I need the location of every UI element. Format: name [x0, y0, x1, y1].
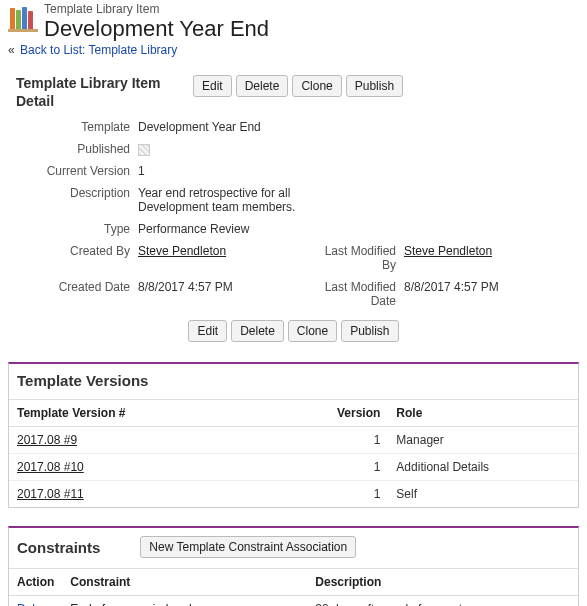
new-constraint-button[interactable]: New Template Constraint Association [140, 536, 356, 558]
table-row: Del End of year period end 30 days after… [9, 596, 578, 606]
edit-button-bottom[interactable]: Edit [188, 320, 227, 342]
template-versions-panel: Template Versions Template Version # Ver… [8, 362, 579, 508]
constraint-description: 30 days after end of current year. [307, 596, 578, 606]
delete-button[interactable]: Delete [236, 75, 289, 97]
publish-button-bottom[interactable]: Publish [341, 320, 398, 342]
label-created-by: Created By [8, 244, 138, 258]
label-published: Published [8, 142, 138, 156]
value-current-version: 1 [138, 164, 308, 178]
template-versions-title: Template Versions [17, 372, 148, 389]
del-link[interactable]: Del [17, 602, 35, 606]
value-template: Development Year End [138, 120, 308, 134]
svg-rect-1 [16, 10, 21, 30]
label-created-date: Created Date [8, 280, 138, 294]
breadcrumb: « Back to List: Template Library [8, 43, 579, 57]
version-value: 1 [329, 454, 388, 481]
version-value: 1 [329, 481, 388, 508]
label-last-modified-by: Last Modified By [308, 244, 404, 272]
value-created-date: 8/8/2017 4:57 PM [138, 280, 308, 294]
publish-button[interactable]: Publish [346, 75, 403, 97]
library-icon [8, 2, 38, 37]
label-last-modified-date: Last Modified Date [308, 280, 404, 308]
constraints-title: Constraints [17, 539, 100, 556]
table-row: 2017.08 #11 1 Self [9, 481, 578, 508]
col-action: Action [9, 569, 62, 596]
page-title: Development Year End [44, 16, 269, 41]
back-caret: « [8, 43, 15, 57]
col-description: Description [307, 569, 578, 596]
constraints-panel: Constraints New Template Constraint Asso… [8, 526, 579, 606]
clone-button[interactable]: Clone [292, 75, 341, 97]
last-modified-by-link[interactable]: Steve Pendleton [404, 244, 492, 258]
col-version: Version [329, 400, 388, 427]
table-row: 2017.08 #10 1 Additional Details [9, 454, 578, 481]
edit-button[interactable]: Edit [193, 75, 232, 97]
back-to-list-link[interactable]: Back to List: Template Library [20, 43, 177, 57]
value-last-modified-date: 8/8/2017 4:57 PM [404, 280, 579, 294]
version-value: 1 [329, 427, 388, 454]
label-description: Description [8, 186, 138, 200]
version-link[interactable]: 2017.08 #11 [17, 487, 84, 501]
created-by-link[interactable]: Steve Pendleton [138, 244, 226, 258]
page-type: Template Library Item [44, 2, 269, 16]
svg-rect-4 [8, 29, 38, 32]
version-link[interactable]: 2017.08 #9 [17, 433, 77, 447]
table-row: 2017.08 #9 1 Manager [9, 427, 578, 454]
value-description: Year end retrospective for all Developme… [138, 186, 308, 214]
label-template: Template [8, 120, 138, 134]
col-constraint: Constraint [62, 569, 307, 596]
published-checkbox [138, 144, 150, 156]
version-link[interactable]: 2017.08 #10 [17, 460, 84, 474]
constraint-link[interactable]: End of year period end [70, 602, 191, 606]
delete-button-bottom[interactable]: Delete [231, 320, 284, 342]
value-type: Performance Review [138, 222, 308, 236]
role-value: Self [388, 481, 578, 508]
col-role: Role [388, 400, 578, 427]
role-value: Additional Details [388, 454, 578, 481]
label-type: Type [8, 222, 138, 236]
detail-section-title: Template Library Item Detail [8, 75, 193, 110]
col-version-number: Template Version # [9, 400, 329, 427]
role-value: Manager [388, 427, 578, 454]
label-current-version: Current Version [8, 164, 138, 178]
clone-button-bottom[interactable]: Clone [288, 320, 337, 342]
svg-rect-3 [28, 11, 33, 30]
svg-rect-0 [10, 8, 15, 30]
svg-rect-2 [22, 7, 27, 30]
